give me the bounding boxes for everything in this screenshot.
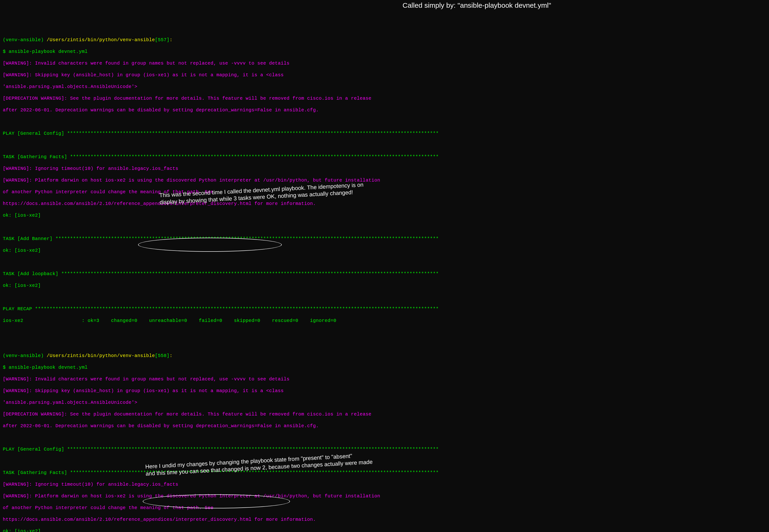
play-fill: ****************************************… [67,131,439,136]
play-label: PLAY [General Config] [3,131,67,136]
task-label: TASK [Add loopback] [3,271,61,277]
prompt-dollar: $ [3,365,9,370]
deprecation-warning-l2: after 2022-06-01. Deprecation warnings c… [3,107,766,113]
highlight-ellipse-recap-1 [138,238,282,252]
command-line-558[interactable]: $ ansible-playbook devnet.yml [3,364,766,370]
warning-platform-l2: of another Python interpreter could chan… [3,505,766,511]
deprecation-warning-l1: [DEPRECATION WARNING]: See the plugin do… [3,95,766,101]
recap-sep: : [82,318,88,323]
venv-label: (venv-ansible) [3,353,47,358]
play-general-config: PLAY [General Config] ******************… [3,446,766,452]
blank [3,458,766,464]
recap-rest: unreachable=0 failed=0 skipped=0 rescued… [146,318,336,323]
command-line-557[interactable]: $ ansible-playbook devnet.yml [3,49,766,55]
warning-skipkey-l1: [WARNING]: Skipping key (ansible_host) i… [3,388,766,394]
terminal-window[interactable]: Called simply by: "ansible-playbook devn… [0,0,769,532]
blank [3,259,766,265]
blank [3,119,766,125]
warning-platform-l3: https://docs.ansible.com/ansible/2.10/re… [3,517,766,522]
ok-host-loopback: ok: [ios-xe2] [3,283,766,288]
warning-skipkey-l1: [WARNING]: Skipping key (ansible_host) i… [3,72,766,78]
cwd-path: /Users/zintis/bin/python/venv-ansible [47,353,155,358]
history-number: [557] [155,37,170,43]
warning-timeout: [WARNING]: Ignoring timeout(10) for ansi… [3,481,766,487]
task-gathering-facts: TASK [Gathering Facts] *****************… [3,154,766,160]
recap-host: ios-xe2 [3,318,82,323]
play-recap-row-1: ios-xe2 : ok=3 changed=0 unreachable=0 f… [3,318,766,324]
task-fill: ****************************************… [70,154,439,160]
warning-groupnames: [WARNING]: Invalid characters were found… [3,376,766,382]
task-label: TASK [Gathering Facts] [3,470,70,475]
warning-skipkey-l2: 'ansible.parsing.yaml.objects.AnsibleUni… [3,84,766,90]
overlay-caption-top: Called simply by: "ansible-playbook devn… [403,1,551,10]
prompt-colon: : [170,353,173,358]
task-label: TASK [Gathering Facts] [3,154,70,160]
task-fill: ****************************************… [61,271,439,277]
task-label: TASK [Add Banner] [3,236,55,241]
warning-platform-l2: of another Python interpreter could chan… [3,189,766,195]
recap-fill: ****************************************… [35,306,439,312]
history-number: [558] [155,353,170,358]
prompt-colon: : [170,37,173,43]
blank [3,435,766,441]
blank [3,329,766,335]
recap-changed: changed=0 [108,318,146,323]
venv-label: (venv-ansible) [3,37,47,43]
warning-platform-l1: [WARNING]: Platform darwin on host ios-x… [3,493,766,499]
recap-label: PLAY RECAP [3,306,35,312]
blank [3,142,766,148]
warning-groupnames: [WARNING]: Invalid characters were found… [3,60,766,66]
deprecation-warning-l1: [DEPRECATION WARNING]: See the plugin do… [3,411,766,417]
warning-timeout: [WARNING]: Ignoring timeout(10) for ansi… [3,166,766,171]
warning-platform-l1: [WARNING]: Platform darwin on host ios-x… [3,177,766,183]
play-label: PLAY [General Config] [3,447,67,452]
highlight-ellipse-recap-2 [143,494,290,508]
warning-skipkey-l2: 'ansible.parsing.yaml.objects.AnsibleUni… [3,400,766,405]
deprecation-warning-l2: after 2022-06-01. Deprecation warnings c… [3,423,766,429]
task-add-banner: TASK [Add Banner] **********************… [3,236,766,242]
command-text: ansible-playbook devnet.yml [9,365,88,370]
play-general-config: PLAY [General Config] ******************… [3,131,766,136]
task-gathering-facts: TASK [Gathering Facts] *****************… [3,470,766,476]
blank [3,294,766,300]
ok-host-facts: ok: [ios-xe2] [3,212,766,218]
blank [3,224,766,230]
prompt-line-558: (venv-ansible) /Users/zintis/bin/python/… [3,353,766,359]
prompt-line-557: (venv-ansible) /Users/zintis/bin/python/… [3,37,766,43]
command-text: ansible-playbook devnet.yml [9,49,88,54]
recap-ok: ok=3 [88,318,108,323]
cwd-path: /Users/zintis/bin/python/venv-ansible [47,37,155,43]
play-recap-header: PLAY RECAP *****************************… [3,306,766,312]
ok-host-banner: ok: [ios-xe2] [3,248,766,253]
ok-host-facts: ok: [ios-xe2] [3,528,766,532]
play-fill: ****************************************… [67,447,439,452]
warning-platform-l3: https://docs.ansible.com/ansible/2.10/re… [3,201,766,207]
task-add-loopback: TASK [Add loopback] ********************… [3,271,766,277]
prompt-dollar: $ [3,49,9,54]
